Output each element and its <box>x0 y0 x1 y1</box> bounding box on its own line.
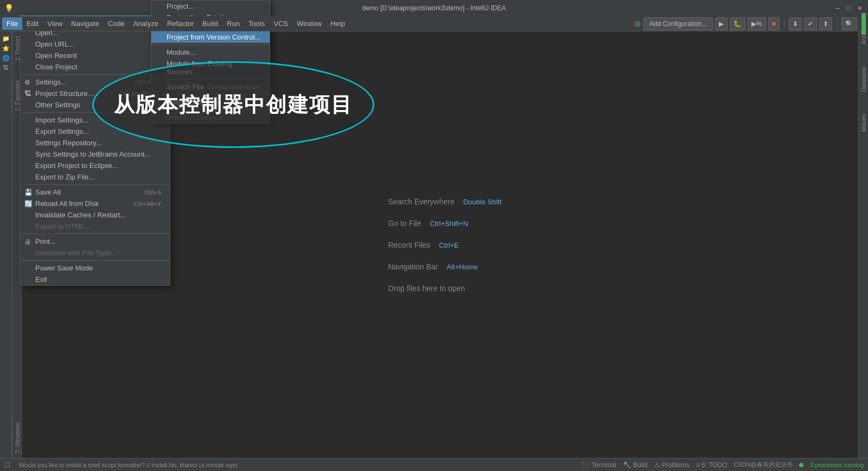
menu-item-power-save-mode[interactable]: Power Save Mode <box>20 262 170 274</box>
associate-file-type-label: Associate with File Type... <box>35 249 117 257</box>
new-sep-4 <box>151 109 270 110</box>
module-from-existing-label: Module from Existing Sources... <box>167 60 261 76</box>
menu-item-export-settings[interactable]: Export Settings... <box>20 126 170 137</box>
menubar: File Edit View Navigate Code Analyze Ref… <box>0 16 868 31</box>
menu-tools[interactable]: Tools <box>244 17 269 30</box>
menu-item-export-zip[interactable]: Export to Zip File... <box>20 171 170 183</box>
export-zip-label: Export to Zip File... <box>35 173 94 181</box>
menu-window[interactable]: Window <box>292 17 326 30</box>
recent-files-label: Recent Files <box>388 241 431 249</box>
nav-bar-label: Navigation Bar <box>388 262 438 271</box>
menu-item-save-all[interactable]: 💾 Save All Ctrl+S <box>20 186 170 198</box>
search-everywhere-button[interactable]: 🔍 <box>841 17 857 30</box>
stop-button[interactable]: ■ <box>768 17 780 30</box>
menu-item-exit[interactable]: Exit <box>20 274 170 285</box>
problems-button[interactable]: ⚠ Problems <box>654 461 690 469</box>
goto-file-label: Go to File <box>388 219 422 228</box>
menu-item-reload[interactable]: 🔄 Reload All from Disk Ctrl+Alt+Y <box>20 198 170 209</box>
vcs-update-button[interactable]: ⬇ <box>789 17 802 30</box>
add-configuration-button[interactable]: Add Configuration... <box>643 17 713 30</box>
run-config-icon: ⚙ <box>634 20 641 28</box>
power-save-mode-label: Power Save Mode <box>35 264 93 272</box>
run-with-coverage-button[interactable]: ▶% <box>748 17 766 30</box>
save-all-label: Save All <box>35 188 61 196</box>
menu-help[interactable]: Help <box>326 17 349 30</box>
new-sep-3 <box>151 94 270 95</box>
save-all-shortcut: Ctrl+S <box>144 189 161 196</box>
other-settings-label: Other Settings <box>35 101 80 109</box>
menu-item-print[interactable]: 🖨 Print... <box>20 236 170 247</box>
statusbar: ☐ Would you like to install a shell scri… <box>0 458 868 471</box>
terminal-button[interactable]: ⬛ Terminal <box>582 461 616 469</box>
menu-code[interactable]: Code <box>104 17 129 30</box>
menu-item-settings[interactable]: ⚙ Settings... Ctrl+Alt+S <box>20 76 170 88</box>
menu-navigate[interactable]: Navigate <box>67 17 103 30</box>
menu-item-invalidate-caches[interactable]: Invalidate Caches / Restart... <box>20 209 170 221</box>
menu-item-other-settings[interactable]: Other Settings ▶ <box>20 99 170 111</box>
welcome-panel: Search Everywhere Double Shift Go to Fil… <box>388 197 502 293</box>
close-project-label: Close Project <box>35 63 77 71</box>
settings-label: Settings... <box>35 78 67 86</box>
right-tab-ant[interactable]: Ant <box>860 36 867 45</box>
run-button[interactable]: ▶ <box>715 17 727 30</box>
vcs-push-button[interactable]: ⬆ <box>819 17 832 30</box>
todo-label: ≡ 6: TODO <box>696 461 727 469</box>
processes-label: 3 processes running <box>810 462 864 468</box>
submenu-item-scratch-file[interactable]: Scratch File Ctrl+Alt+Shift+Insert <box>151 81 270 93</box>
menu-item-project-structure[interactable]: 🏗 Project Structure... Ctrl+Alt+Shift+S <box>20 88 170 99</box>
close-button[interactable]: ✕ <box>855 4 864 12</box>
swing-ui-label: Swing UI Designer <box>167 113 225 121</box>
menu-build[interactable]: Build <box>198 17 222 30</box>
maximize-button[interactable]: □ <box>844 4 853 12</box>
project-structure-label: Project Structure... <box>35 89 94 98</box>
vcs-commit-button[interactable]: ✔ <box>804 17 817 30</box>
todo-button[interactable]: ≡ 6: TODO <box>696 461 727 469</box>
menu-item-sync-settings[interactable]: Sync Settings to JetBrains Account... <box>20 149 170 160</box>
statusbar-notification: Would you like to install a shell script… <box>19 462 238 468</box>
debug-button[interactable]: 🐛 <box>730 17 745 30</box>
separator-4 <box>20 234 170 234</box>
submenu-item-project-from-vcs[interactable]: Project from Version Control... <box>151 31 270 43</box>
add-config-label: Add Configuration... <box>649 20 707 28</box>
print-icon: 🖨 <box>24 238 31 246</box>
submenu-item-module[interactable]: Module... <box>151 47 270 58</box>
new-sep-1 <box>151 44 270 45</box>
menu-refactor[interactable]: Refactor <box>163 17 198 30</box>
right-sidebar: Ant Database Maven <box>858 31 868 458</box>
right-tab-database[interactable]: Database <box>860 67 867 92</box>
sidebar-fav-icon[interactable]: ⭐ <box>1 43 11 53</box>
submenu-item-project[interactable]: Project... <box>151 1 270 12</box>
menu-item-import-settings[interactable]: Import Settings... <box>20 114 170 126</box>
tab-structure[interactable]: 7: Structure <box>12 418 21 458</box>
submenu-item-module-from-existing[interactable]: Module from Existing Sources... <box>151 58 270 78</box>
reload-label: Reload All from Disk <box>35 199 99 208</box>
build-button[interactable]: 🔨 Build <box>623 461 648 469</box>
menu-view[interactable]: View <box>43 17 67 30</box>
menu-edit[interactable]: Edit <box>22 17 43 30</box>
menu-file[interactable]: File <box>2 17 22 30</box>
submenu-item-editorconfig[interactable]: EditorConfig File <box>151 96 270 108</box>
sync-settings-label: Sync Settings to JetBrains Account... <box>35 150 150 158</box>
menu-run[interactable]: Run <box>222 17 244 30</box>
sidebar-web-icon[interactable]: 🌐 <box>1 53 11 63</box>
separator-2 <box>20 112 170 113</box>
minimize-button[interactable]: ─ <box>833 4 842 12</box>
menu-item-open-url[interactable]: Open URL... <box>20 38 170 50</box>
right-tab-maven[interactable]: Maven <box>860 114 867 132</box>
menu-item-export-eclipse[interactable]: Export Project to Eclipse... <box>20 160 170 171</box>
menu-item-open-recent[interactable]: Open Recent ▶ <box>20 50 170 61</box>
sidebar-structure-icon[interactable]: 🏗 <box>1 63 11 73</box>
menu-vcs[interactable]: VCS <box>269 17 292 30</box>
save-all-icon: 💾 <box>24 189 33 196</box>
open-recent-label: Open Recent <box>35 51 77 60</box>
menu-analyze[interactable]: Analyze <box>129 17 163 30</box>
project-label: Project... <box>167 2 194 10</box>
new-sep-2 <box>151 79 270 80</box>
sidebar-project-icon[interactable]: 📁 <box>1 34 11 43</box>
export-html-label: Export to HTML... <box>35 222 91 230</box>
terminal-icon: ⬛ <box>582 461 590 469</box>
menu-item-close-project[interactable]: Close Project <box>20 61 170 73</box>
separator-5 <box>20 260 170 261</box>
search-everywhere-label: Search Everywhere <box>388 197 455 206</box>
menu-item-settings-repository[interactable]: Settings Repository... <box>20 137 170 149</box>
